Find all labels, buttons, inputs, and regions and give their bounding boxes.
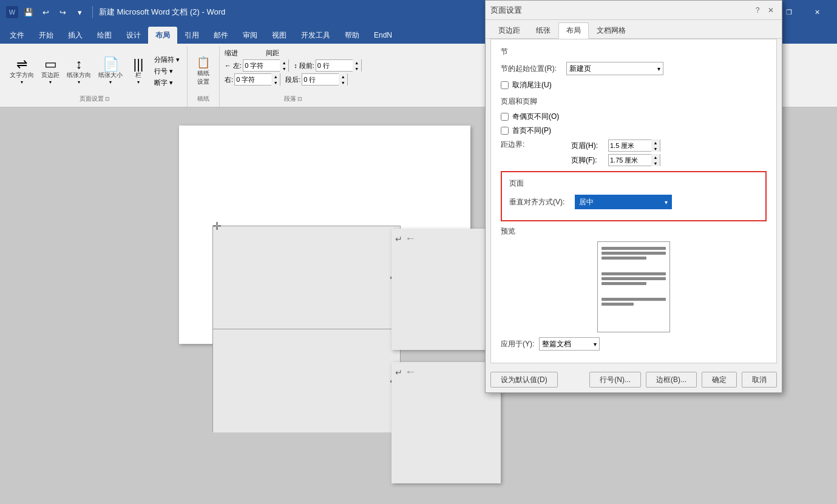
indent-left-up[interactable]: ▲ xyxy=(280,59,288,66)
dialog-tab-paper[interactable]: 纸张 xyxy=(528,22,558,38)
footer-spinner[interactable]: ▲ ▼ xyxy=(651,154,660,166)
tab-help[interactable]: 帮助 xyxy=(337,27,367,44)
header-field[interactable] xyxy=(609,142,651,149)
tab-insert[interactable]: 插入 xyxy=(61,27,90,44)
spacing-after-spinner[interactable]: ▲ ▼ xyxy=(339,73,347,86)
spacing-before-spinner[interactable]: ▲ ▼ xyxy=(353,59,361,72)
indent-left-down[interactable]: ▼ xyxy=(280,66,288,72)
line-number-button[interactable]: 行号 ▾ xyxy=(152,66,182,76)
spacing-before-field[interactable] xyxy=(316,62,353,69)
spacing-after-field[interactable] xyxy=(302,76,339,83)
indent-right-down[interactable]: ▼ xyxy=(271,79,280,86)
text-direction-button[interactable]: ⇌ 文字方向 ▾ xyxy=(7,56,36,86)
tab-start[interactable]: 开始 xyxy=(32,27,61,44)
tab-mailings[interactable]: 邮件 xyxy=(206,27,236,44)
section-jie-title: 节 xyxy=(501,47,767,57)
header-spinner[interactable]: ▲ ▼ xyxy=(651,139,660,152)
columns-arrow: ▾ xyxy=(137,79,140,85)
spacing-before-down[interactable]: ▼ xyxy=(353,66,361,72)
page-setup-expand-icon[interactable]: ⊡ xyxy=(105,96,110,102)
preview-line-1 xyxy=(601,247,666,250)
vert-align-select[interactable]: 居中 ▾ xyxy=(575,195,672,209)
cancel-button[interactable]: 取消 xyxy=(742,372,777,388)
quick-access-more[interactable]: ▾ xyxy=(73,5,86,19)
preview-gap xyxy=(601,261,666,270)
section-start-select[interactable]: 新建页 ▾ xyxy=(566,62,663,75)
spacing-before: ↕ 段前: ▲ ▼ xyxy=(294,59,362,72)
dialog-help-button[interactable]: ? xyxy=(751,4,764,16)
dialog-close-button[interactable]: ✕ xyxy=(765,4,777,16)
indent-left-input[interactable]: ▲ ▼ xyxy=(243,59,289,72)
footer-input[interactable]: ▲ ▼ xyxy=(608,154,660,166)
dialog-tab-grid[interactable]: 文档网格 xyxy=(589,22,634,38)
first-page-diff-row: 首页不同(P) xyxy=(501,126,767,136)
ok-button[interactable]: 确定 xyxy=(702,372,737,388)
tab-file[interactable]: 文件 xyxy=(2,27,32,44)
paper-size-button[interactable]: 📄 纸张大小 ▾ xyxy=(96,56,125,86)
page-section-title: 页面 xyxy=(509,178,758,189)
preview-section: 预览 应用于(Y): xyxy=(501,226,767,351)
tab-developer[interactable]: 开发工具 xyxy=(294,27,337,44)
redo-button[interactable]: ↪ xyxy=(56,5,69,19)
dialog-tabs: 页边距 纸张 布局 文档网格 xyxy=(486,20,782,39)
preview-line-3 xyxy=(601,257,646,260)
orientation-arrow: ▾ xyxy=(78,79,80,85)
draft-icon: 📋 xyxy=(197,56,210,69)
odd-even-diff-checkbox[interactable] xyxy=(501,113,509,121)
separator-button[interactable]: 分隔符 ▾ xyxy=(152,55,182,65)
draft-label: 稿纸设置 xyxy=(197,69,209,86)
set-default-button[interactable]: 设为默认值(D) xyxy=(490,372,558,388)
spacing-after-up[interactable]: ▲ xyxy=(339,73,347,79)
header-up[interactable]: ▲ xyxy=(651,139,660,146)
footer-field[interactable] xyxy=(609,156,651,164)
indent-left-field[interactable] xyxy=(243,62,280,69)
tab-design[interactable]: 设计 xyxy=(119,27,148,44)
tab-references[interactable]: 引用 xyxy=(177,27,206,44)
first-page-diff-label: 首页不同(P) xyxy=(512,126,551,136)
columns-button[interactable]: ||| 栏 ▾ xyxy=(127,56,149,86)
hyphenation-button[interactable]: 断字 ▾ xyxy=(152,78,182,88)
footer-up[interactable]: ▲ xyxy=(651,154,660,160)
indent-right-field[interactable] xyxy=(235,76,271,83)
header-input[interactable]: ▲ ▼ xyxy=(608,139,660,152)
section-start-label: 节的起始位置(R): xyxy=(501,64,561,74)
section-start-value: 新建页 xyxy=(569,64,591,74)
dialog-title-bar: 页面设置 ? ✕ xyxy=(486,1,782,20)
line-number-button[interactable]: 行号(N)... xyxy=(589,372,641,388)
header-down[interactable]: ▼ xyxy=(651,146,660,152)
orientation-icon: ↕ xyxy=(76,58,83,71)
paragraph-expand-icon[interactable]: ⊡ xyxy=(297,96,302,102)
tab-draw[interactable]: 绘图 xyxy=(90,27,119,44)
footer-down[interactable]: ▼ xyxy=(651,160,660,166)
footer-right: 行号(N)... 边框(B)... 确定 取消 xyxy=(589,372,777,388)
tab-view[interactable]: 视图 xyxy=(265,27,294,44)
close-button[interactable]: ✕ xyxy=(803,0,831,24)
draft-settings-button[interactable]: 📋 稿纸设置 xyxy=(192,55,214,87)
indent-right: 右: ▲ ▼ xyxy=(225,73,280,86)
tab-layout[interactable]: 布局 xyxy=(148,27,177,44)
spacing-before-up[interactable]: ▲ xyxy=(353,59,361,66)
tab-review[interactable]: 审阅 xyxy=(236,27,265,44)
spacing-after-down[interactable]: ▼ xyxy=(339,79,347,86)
apply-to-select[interactable]: 整篇文档 ▾ xyxy=(539,337,600,351)
indent-right-spinner[interactable]: ▲ ▼ xyxy=(271,73,280,86)
undo-button[interactable]: ↩ xyxy=(39,5,52,19)
indent-left-spinner[interactable]: ▲ ▼ xyxy=(280,59,288,72)
indent-right-up[interactable]: ▲ xyxy=(271,73,280,79)
spacing-after-input[interactable]: ▲ ▼ xyxy=(302,73,348,86)
ribbon-small-group: 分隔符 ▾ 行号 ▾ 断字 ▾ xyxy=(152,55,182,88)
spacing-before-input[interactable]: ▲ ▼ xyxy=(316,59,362,72)
save-button[interactable]: 💾 xyxy=(22,5,35,19)
page-setup-dialog[interactable]: 页面设置 ? ✕ 页边距 纸张 布局 文档网格 节 节的起始位置(R): 新建页… xyxy=(485,0,782,393)
indent-right-input[interactable]: ▲ ▼ xyxy=(234,73,280,86)
first-page-diff-checkbox[interactable] xyxy=(501,127,509,135)
dialog-footer: 设为默认值(D) 行号(N)... 边框(B)... 确定 取消 xyxy=(486,368,782,392)
dialog-tab-margins[interactable]: 页边距 xyxy=(490,22,528,38)
cancel-footnote-checkbox[interactable] xyxy=(501,81,509,89)
tab-endn[interactable]: EndN xyxy=(367,27,399,44)
orientation-button[interactable]: ↕ 纸张方向 ▾ xyxy=(64,56,93,86)
page-section-highlighted: 页面 垂直对齐方式(V): 居中 ▾ xyxy=(501,171,767,221)
border-button[interactable]: 边框(B)... xyxy=(646,372,697,388)
margins-button[interactable]: ▭ 页边距 ▾ xyxy=(39,56,62,86)
dialog-tab-layout[interactable]: 布局 xyxy=(558,22,589,39)
